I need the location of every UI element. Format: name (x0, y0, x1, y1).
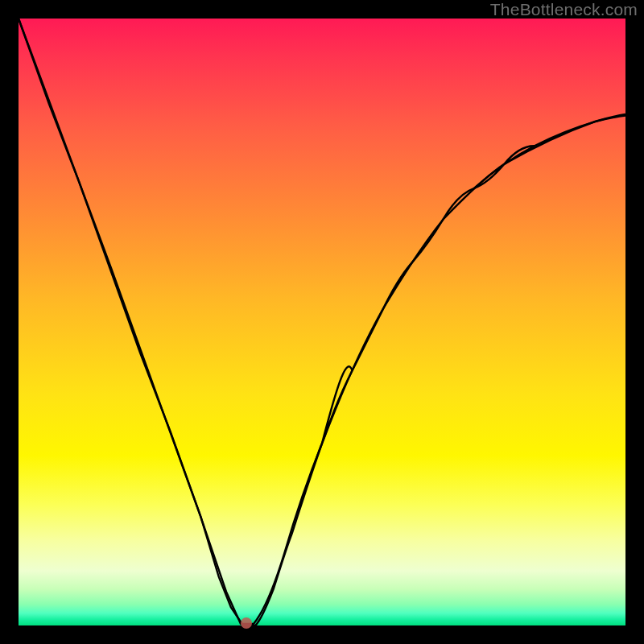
bottleneck-curve (19, 19, 625, 625)
watermark-text: TheBottleneck.com (490, 0, 638, 19)
curve-path-smooth (19, 19, 625, 624)
min-point-dot (241, 617, 252, 629)
plot-area (19, 19, 625, 625)
curve-path (19, 19, 625, 625)
chart-frame: TheBottleneck.com (0, 0, 644, 644)
